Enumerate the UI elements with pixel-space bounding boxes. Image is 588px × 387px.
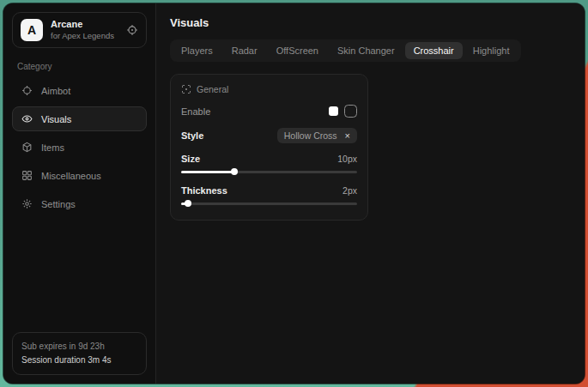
tab-players[interactable]: Players [173, 42, 221, 59]
enable-controls [329, 105, 357, 118]
miscellaneous-grid-icon [21, 170, 33, 181]
sidebar-item-label: Visuals [41, 114, 71, 124]
main-content: Visuals Players Radar OffScreen Skin Cha… [156, 3, 585, 384]
category-label: Category [17, 62, 142, 71]
app-window: A Arcane for Apex Legends Category [3, 3, 585, 384]
sidebar-item-label: Items [41, 142, 64, 153]
sidebar-item-label: Settings [41, 199, 76, 209]
general-scan-icon [181, 84, 191, 94]
thickness-label: Thickness [181, 185, 227, 196]
size-slider[interactable] [181, 168, 357, 175]
tab-radar[interactable]: Radar [223, 42, 266, 59]
thickness-row: Thickness 2px [181, 185, 357, 196]
panel-title: General [197, 84, 228, 94]
aimbot-crosshair-icon [21, 85, 33, 96]
tab-bar: Players Radar OffScreen Skin Changer Cro… [170, 39, 521, 62]
tab-offscreen[interactable]: OffScreen [268, 42, 327, 59]
clear-icon[interactable]: × [345, 131, 350, 141]
sidebar-spacer [12, 216, 147, 332]
panel-header: General [181, 84, 357, 94]
sidebar-item-items[interactable]: Items [12, 135, 147, 160]
style-value: Hollow Cross [284, 130, 337, 141]
size-label: Size [181, 154, 200, 164]
page-title: Visuals [170, 16, 571, 29]
tab-crosshair[interactable]: Crosshair [405, 42, 463, 59]
sidebar-item-settings[interactable]: Settings [12, 191, 147, 216]
slider-thumb[interactable] [185, 200, 191, 207]
brand-text: Arcane for Apex Legends [51, 19, 118, 41]
sidebar-item-miscellaneous[interactable]: Miscellaneous [12, 163, 147, 188]
app-logo: A [21, 19, 43, 41]
session-duration-text: Session duration 3m 4s [21, 354, 137, 367]
enable-label: Enable [181, 106, 210, 117]
target-icon[interactable] [126, 24, 138, 36]
enable-checkbox[interactable] [344, 105, 357, 118]
slider-thumb[interactable] [231, 168, 238, 175]
enable-row: Enable [181, 105, 357, 118]
sidebar-nav: Aimbot Visuals Items [12, 78, 147, 216]
color-swatch[interactable] [329, 106, 338, 116]
sidebar-item-label: Aimbot [41, 86, 70, 96]
items-cube-icon [21, 142, 33, 153]
visuals-eye-icon [21, 113, 33, 124]
thickness-value: 2px [342, 185, 357, 196]
sidebar: A Arcane for Apex Legends Category [3, 3, 156, 384]
settings-gear-icon [21, 198, 33, 209]
size-row: Size 10px [181, 154, 357, 164]
slider-fill [181, 171, 234, 173]
tab-skin-changer[interactable]: Skin Changer [329, 42, 403, 59]
style-label: Style [181, 130, 203, 141]
app-name: Arcane [51, 19, 118, 31]
subscription-card: Sub expires in 9d 23h Session duration 3… [12, 332, 147, 375]
slider-track [181, 203, 357, 205]
style-dropdown[interactable]: Hollow Cross × [277, 128, 357, 143]
sub-expires-text: Sub expires in 9d 23h [21, 340, 137, 354]
size-value: 10px [337, 154, 357, 164]
sidebar-item-aimbot[interactable]: Aimbot [12, 78, 147, 103]
sidebar-item-label: Miscellaneous [41, 171, 101, 181]
general-panel: General Enable Style Hollow Cross × Size… [170, 74, 368, 221]
style-row: Style Hollow Cross × [181, 128, 357, 143]
tab-highlight[interactable]: Highlight [464, 42, 518, 59]
sidebar-item-visuals[interactable]: Visuals [12, 106, 147, 131]
thickness-slider[interactable] [181, 200, 357, 207]
brand-card: A Arcane for Apex Legends [12, 12, 147, 48]
app-subtitle: for Apex Legends [51, 31, 118, 41]
